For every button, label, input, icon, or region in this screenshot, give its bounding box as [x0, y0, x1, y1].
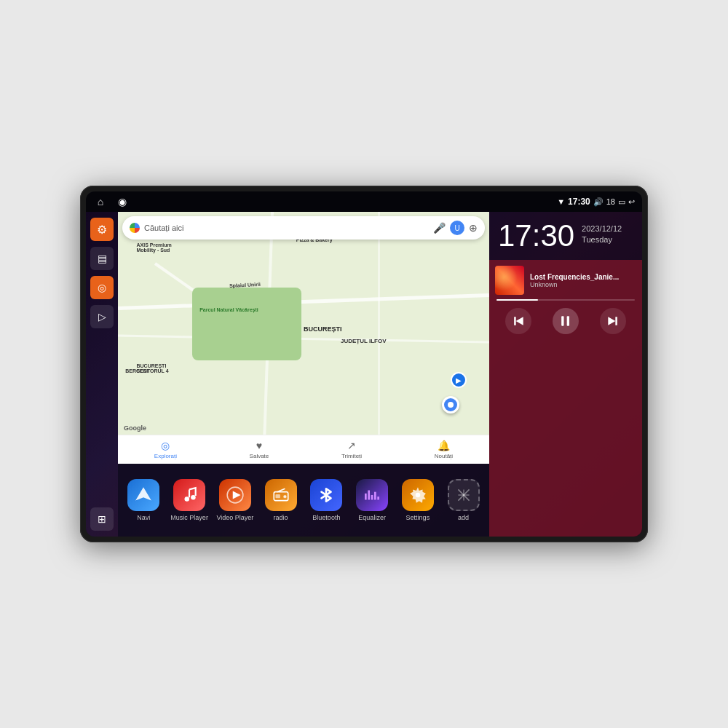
navi-label: Navi [137, 514, 150, 521]
bluetooth-icon [310, 479, 342, 511]
radio-icon [265, 479, 297, 511]
layers-icon[interactable]: ⊕ [469, 222, 478, 234]
wifi-icon: ▼ [557, 197, 565, 206]
map-label-park: Parcul Natural Văcărești [199, 307, 258, 312]
settings-app-icon [402, 479, 434, 511]
location-dot[interactable] [442, 396, 459, 414]
explore-label: Explorați [154, 453, 177, 459]
device: ⌂ ◉ ▼ 17:30 🔊 18 ▭ ↩ ⚙ ▤ [80, 186, 648, 542]
music-info-row: Lost Frequencies_Janie... Unknown [495, 266, 636, 295]
app-settings[interactable]: Settings [396, 479, 440, 521]
navigation-marker[interactable]: ▶ [451, 372, 467, 388]
map-background: AXIS PremiumMobility - Sud Pizza & Baker… [118, 212, 489, 464]
music-progress-bar[interactable] [496, 299, 635, 301]
map-icon[interactable]: ◉ [115, 194, 130, 209]
map-label-axis: AXIS PremiumMobility - Sud [137, 242, 172, 253]
pause-button[interactable] [553, 308, 579, 334]
svg-marker-25 [615, 317, 617, 325]
bluetooth-label: Bluetooth [312, 514, 340, 521]
google-logo [130, 223, 140, 233]
map-label-berceni: BERCENI [125, 368, 149, 373]
music-progress-fill [496, 299, 538, 301]
add-label: add [458, 514, 469, 521]
news-label: Noutăți [435, 453, 453, 459]
right-panel: 17:30 2023/12/12 Tuesday Lost Frequencie… [489, 212, 642, 537]
map-nav-news[interactable]: 🔔 Noutăți [435, 440, 453, 459]
album-art [495, 266, 524, 295]
clock-date-text: 2023/12/12 [582, 223, 622, 234]
status-bar: ⌂ ◉ ▼ 17:30 🔊 18 ▭ ↩ [86, 191, 642, 212]
map-label-ilfov: JUDEȚUL ILFOV [341, 338, 387, 344]
music-player-label: Music Player [170, 514, 208, 521]
map-nav-saved[interactable]: ♥ Salvate [250, 440, 269, 459]
svg-marker-4 [233, 491, 241, 499]
clock-date: 2023/12/12 Tuesday [582, 221, 622, 246]
device-screen: ⌂ ◉ ▼ 17:30 🔊 18 ▭ ↩ ⚙ ▤ [86, 191, 642, 537]
explore-icon: ◎ [161, 440, 170, 451]
music-player-icon [173, 479, 205, 511]
sidebar-location-btn[interactable]: ◎ [90, 276, 114, 299]
prev-button[interactable] [505, 308, 531, 334]
left-sidebar: ⚙ ▤ ◎ ▷ ⊞ [86, 212, 118, 537]
map-nav-explore[interactable]: ◎ Explorați [154, 440, 177, 459]
music-text: Lost Frequencies_Janie... Unknown [530, 273, 636, 288]
settings-label: Settings [406, 514, 430, 521]
navi-icon [127, 479, 159, 511]
google-branding: Google [124, 424, 146, 432]
svg-point-9 [284, 496, 285, 497]
battery-level: 18 [606, 197, 615, 206]
radio-label: radio [274, 514, 288, 521]
saved-icon: ♥ [256, 440, 262, 451]
search-input[interactable]: Căutați aici [144, 223, 429, 232]
app-add[interactable]: add [442, 479, 486, 521]
map-area[interactable]: AXIS PremiumMobility - Sud Pizza & Baker… [118, 212, 489, 464]
saved-label: Salvate [250, 453, 269, 459]
sidebar-settings-btn[interactable]: ⚙ [90, 218, 114, 241]
clock-section: 17:30 2023/12/12 Tuesday [489, 212, 642, 260]
video-player-icon [219, 479, 251, 511]
grid-icon: ⊞ [98, 513, 106, 525]
svg-marker-21 [516, 317, 523, 325]
park-area [192, 288, 301, 360]
map-nav-share[interactable]: ↗ Trimiteți [341, 440, 362, 459]
folder-icon: ▤ [98, 253, 107, 264]
sidebar-grid-btn[interactable]: ⊞ [90, 507, 114, 531]
main-content: ⚙ ▤ ◎ ▷ ⊞ [86, 212, 642, 537]
svg-marker-20 [514, 317, 516, 325]
svg-rect-7 [275, 494, 280, 498]
app-radio[interactable]: radio [259, 479, 303, 521]
add-icon [448, 479, 480, 511]
settings-icon: ⚙ [97, 223, 107, 237]
next-button[interactable] [600, 308, 626, 334]
map-bottom-nav: ◎ Explorați ♥ Salvate ↗ Trimiteți 🔔 [118, 435, 489, 464]
home-icon[interactable]: ⌂ [93, 194, 108, 209]
app-navi[interactable]: Navi [122, 479, 165, 521]
app-music-player[interactable]: Music Player [167, 479, 211, 521]
album-art-inner [495, 266, 524, 295]
app-grid: Navi Music Player [118, 464, 489, 537]
music-artist: Unknown [530, 281, 636, 288]
share-label: Trimiteți [341, 453, 362, 459]
clock-day-text: Tuesday [582, 234, 622, 245]
account-icon[interactable]: U [450, 221, 464, 235]
app-video-player[interactable]: Video Player [213, 479, 257, 521]
svg-marker-0 [136, 487, 152, 500]
back-icon[interactable]: ↩ [628, 197, 635, 207]
music-title: Lost Frequencies_Janie... [530, 273, 636, 281]
map-search-bar[interactable]: Căutați aici 🎤 U ⊕ [122, 216, 485, 240]
svg-rect-22 [561, 316, 563, 325]
video-player-label: Video Player [216, 514, 253, 521]
equalizer-icon [356, 479, 388, 511]
sidebar-nav-btn[interactable]: ▷ [90, 305, 114, 328]
sidebar-folder-btn[interactable]: ▤ [90, 247, 114, 270]
svg-rect-23 [567, 316, 569, 325]
equalizer-label: Equalizer [358, 514, 386, 521]
music-section: Lost Frequencies_Janie... Unknown [489, 260, 642, 537]
navigation-arrow-icon: ▷ [98, 311, 106, 323]
share-icon: ↗ [347, 440, 356, 451]
app-bluetooth[interactable]: Bluetooth [304, 479, 348, 521]
app-equalizer[interactable]: Equalizer [350, 479, 394, 521]
map-label-bucuresti: BUCUREȘTI [304, 325, 342, 333]
mic-icon[interactable]: 🎤 [433, 222, 446, 234]
svg-marker-24 [608, 317, 615, 325]
